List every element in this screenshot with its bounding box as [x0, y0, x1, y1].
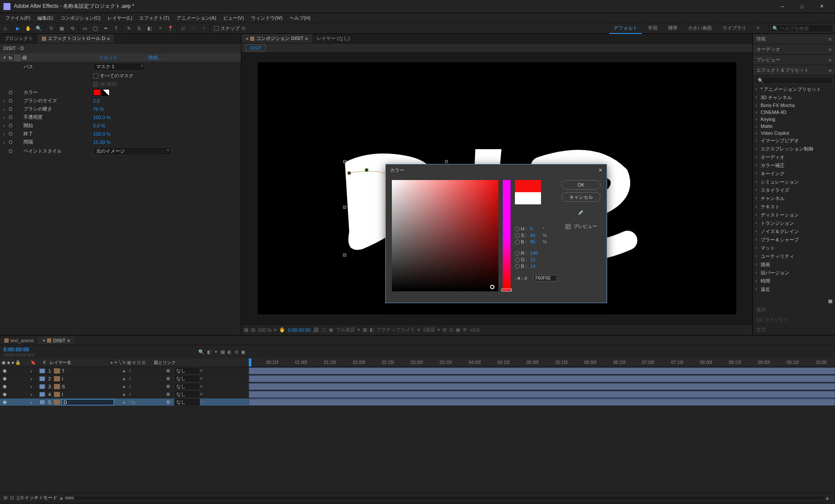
preset-category[interactable]: ユーティリティ	[753, 252, 835, 260]
workspace-library[interactable]: ライブラリ	[718, 23, 751, 34]
timeline-layer-row[interactable]: ◉ › 5 ♠ / fx ⊚ なし ▾	[0, 398, 835, 406]
eraser-tool[interactable]: ◧	[144, 23, 155, 33]
g-input[interactable]: 15	[530, 257, 541, 262]
ellipse-tool[interactable]: ◯	[90, 23, 100, 33]
menu-file[interactable]: ファイル(F)	[2, 13, 34, 23]
maximize-button[interactable]: □	[792, 0, 812, 13]
parent-dropdown[interactable]: なし	[174, 398, 200, 406]
workspace-default[interactable]: デフォルト	[609, 23, 642, 34]
preset-category[interactable]: エクスプレッション制御	[753, 145, 835, 153]
preset-category[interactable]: ノイズ＆グレイン	[753, 227, 835, 236]
g-radio[interactable]	[515, 257, 520, 262]
menu-composition[interactable]: コンポジション(C)	[57, 13, 104, 23]
views-dropdown[interactable]: 1画面	[423, 327, 435, 333]
tl-shy-icon[interactable]: ✦	[214, 349, 218, 355]
layer-track-bar[interactable]	[249, 375, 835, 382]
brush-hardness-value[interactable]: 79 %	[93, 107, 104, 112]
breadcrumb[interactable]: DISIT	[246, 44, 266, 51]
menu-help[interactable]: ヘルプ(H)	[286, 13, 314, 23]
layer-track-bar[interactable]	[249, 391, 835, 398]
shape-transform-icon[interactable]: ✦	[199, 23, 209, 33]
help-search-input[interactable]: 🔍 ヘルプを検索	[770, 24, 833, 32]
preset-search-input[interactable]	[755, 77, 832, 84]
selection-handle[interactable]	[445, 160, 448, 163]
layer-name-input[interactable]	[62, 399, 114, 405]
reset-link[interactable]: リセット	[99, 54, 118, 61]
tab-effect-controls[interactable]: エフェクトコントロール D ≡	[37, 34, 114, 43]
layer-track-bar[interactable]	[249, 399, 835, 406]
tl-toggle-switches-icon[interactable]: ⊞	[3, 495, 7, 501]
h-radio[interactable]	[515, 227, 520, 231]
snap-checkbox[interactable]	[214, 26, 219, 31]
tl-frame-icon[interactable]: ◐	[227, 349, 232, 355]
hand-tool[interactable]: ✋	[23, 23, 33, 33]
r-radio[interactable]	[515, 251, 520, 256]
preset-category[interactable]: Matte	[753, 123, 835, 130]
hex-input[interactable]	[534, 275, 557, 281]
s-radio[interactable]	[515, 233, 520, 238]
preset-category[interactable]: チャンネル	[753, 194, 835, 203]
bl-input[interactable]: 14	[530, 264, 541, 269]
panel-character[interactable]: 文字	[753, 325, 835, 335]
end-value[interactable]: 100.0 %	[93, 131, 110, 137]
parent-dropdown[interactable]: なし	[174, 391, 200, 398]
bl-radio[interactable]	[515, 264, 520, 269]
start-value[interactable]: 0.0 %	[93, 123, 105, 128]
saturation-value-picker[interactable]	[392, 180, 498, 291]
preset-category[interactable]: スタイライズ	[753, 186, 835, 194]
preset-bin-icon[interactable]: ▦	[828, 298, 832, 304]
timeline-layer-row[interactable]: ◉ › 2 I ♠ / ⊚ なし ▾	[0, 375, 835, 383]
panel-preview[interactable]: プレビュー≡	[753, 55, 835, 65]
workspace-standard[interactable]: 標準	[664, 23, 682, 34]
opacity-value[interactable]: 100.0 %	[93, 115, 110, 120]
clone-tool[interactable]: ⎘	[134, 23, 144, 33]
preset-category[interactable]: * アニメーションプリセット	[753, 85, 835, 93]
timeline-layer-row[interactable]: ◉ › 1 T ♠ / ⊚ なし ▾	[0, 367, 835, 375]
workspace-learn[interactable]: 学習	[644, 23, 662, 34]
old-color-swatch[interactable]	[515, 192, 541, 204]
selection-handle[interactable]	[343, 160, 346, 163]
menu-animation[interactable]: アニメーション(A)	[173, 13, 220, 23]
pen-tool[interactable]: ✒	[100, 23, 111, 33]
preset-category[interactable]: 遠近	[753, 285, 835, 294]
orbit-tool[interactable]: ↻	[46, 23, 57, 33]
preset-category[interactable]: 旧バージョン	[753, 269, 835, 277]
resolution-dropdown[interactable]: フル画質	[336, 327, 355, 333]
preset-category[interactable]: カラー補正	[753, 161, 835, 170]
timeline-current-time[interactable]: 0:00:00:00	[3, 347, 34, 353]
workspace-more[interactable]: »	[752, 23, 764, 34]
cancel-button[interactable]: キャンセル	[561, 192, 601, 202]
roto-tool[interactable]: ✧	[155, 23, 165, 33]
zoom-tool[interactable]: 🔍	[33, 23, 44, 33]
viewer-icon[interactable]: ▦	[244, 327, 248, 333]
preset-category[interactable]: イマーシブビデオ	[753, 137, 835, 145]
type-tool[interactable]: T	[111, 23, 121, 33]
minimize-button[interactable]: ─	[773, 0, 792, 13]
preview-checkbox[interactable]: ✓	[565, 224, 571, 229]
close-button[interactable]: ✕	[812, 0, 832, 13]
preset-category[interactable]: シミュレーション	[753, 178, 835, 186]
shape-fill-icon[interactable]: ▦	[178, 23, 188, 33]
parent-dropdown[interactable]: なし	[174, 367, 200, 374]
sv-cursor[interactable]	[490, 285, 494, 289]
layer-track-bar[interactable]	[249, 383, 835, 390]
menu-layer[interactable]: レイヤー(L)	[104, 13, 136, 23]
paint-style-dropdown[interactable]: 元のイメージ	[93, 147, 171, 155]
home-tool[interactable]: ⌂	[0, 23, 10, 33]
workspace-small[interactable]: 小さい画面	[684, 23, 716, 34]
viewer-icon[interactable]: ▤	[251, 327, 255, 333]
parent-dropdown[interactable]: なし	[174, 383, 200, 390]
tab-layer[interactable]: レイヤー (なし)	[312, 34, 354, 43]
menu-edit[interactable]: 編集(E)	[34, 13, 57, 23]
exposure-value[interactable]: +0.0	[470, 327, 479, 333]
panel-align[interactable]: 整列	[753, 305, 835, 315]
r-input[interactable]: 246	[530, 250, 541, 256]
tl-search-icon[interactable]: 🔍	[198, 349, 204, 355]
panel-info[interactable]: 情報≡	[753, 34, 835, 44]
path-dropdown[interactable]: マスク 1	[93, 63, 145, 71]
preset-category[interactable]: ブラー＆シャープ	[753, 236, 835, 244]
tl-graph-icon[interactable]: ▦	[220, 349, 225, 355]
menu-window[interactable]: ウィンドウ(W)	[247, 13, 286, 23]
tl-mb-icon[interactable]: ⊘	[234, 349, 238, 355]
tab-composition[interactable]: × コンポジション DISIT ≡	[241, 34, 312, 43]
